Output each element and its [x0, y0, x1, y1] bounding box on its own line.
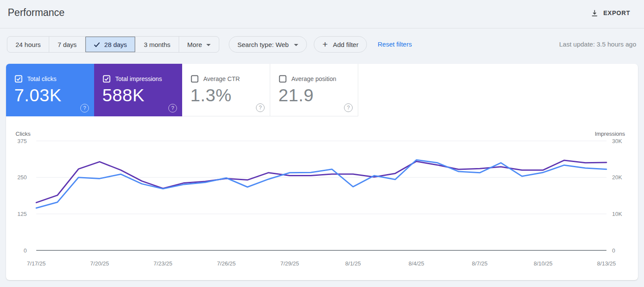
x-axis-label: 8/4/25 — [409, 260, 424, 267]
date-range-28-days[interactable]: 28 days — [85, 37, 136, 52]
export-button[interactable]: EXPORT — [588, 6, 633, 20]
help-icon[interactable]: ? — [256, 103, 265, 112]
date-range-label: 3 months — [144, 41, 170, 48]
last-update-text: Last update: 3.5 hours ago — [559, 41, 636, 48]
x-axis-label: 8/7/25 — [472, 260, 487, 267]
performance-page: Performance EXPORT 24 hours 7 days 28 da… — [0, 0, 644, 287]
metric-card-average-ctr[interactable]: Average CTR 1.3% ? — [182, 64, 270, 116]
metric-card-total-impressions[interactable]: Total impressions 588K ? — [94, 64, 182, 116]
search-type-dropdown[interactable]: Search type: Web — [229, 36, 307, 53]
checkbox-unchecked-icon[interactable] — [191, 75, 199, 83]
chevron-down-icon — [294, 44, 298, 46]
metric-label: Total impressions — [115, 75, 162, 82]
date-range-label: 7 days — [57, 41, 76, 48]
date-range-more[interactable]: More — [179, 37, 219, 52]
export-label: EXPORT — [603, 9, 630, 16]
left-axis-title: Clicks — [16, 131, 31, 137]
date-range-24-hours[interactable]: 24 hours — [7, 37, 49, 52]
checkbox-unchecked-icon[interactable] — [279, 75, 287, 83]
left-axis-tick: 375 — [17, 138, 27, 144]
checkbox-checked-icon[interactable] — [103, 75, 110, 83]
help-icon[interactable]: ? — [80, 104, 89, 112]
x-axis-label: 7/29/25 — [280, 260, 299, 267]
performance-chart[interactable]: ClicksImpressions375250125030K20K10K07/1… — [6, 116, 638, 280]
impressions-line — [36, 160, 606, 203]
metric-value: 1.3% — [190, 85, 231, 106]
metric-value: 588K — [102, 85, 145, 106]
download-icon — [590, 9, 599, 17]
add-filter-label: Add filter — [333, 41, 358, 48]
date-range-label: 24 hours — [16, 41, 41, 48]
date-range-group: 24 hours 7 days 28 days 3 months More — [7, 36, 219, 53]
clicks-line — [36, 160, 606, 208]
metric-label: Average CTR — [203, 75, 240, 82]
left-axis-tick: 250 — [17, 174, 27, 181]
add-filter-button[interactable]: + Add filter — [314, 36, 367, 53]
plus-icon: + — [322, 40, 328, 49]
checkmark-icon — [94, 42, 100, 47]
metric-card-average-position[interactable]: Average position 21.9 ? — [270, 64, 358, 116]
metric-value: 21.9 — [278, 85, 314, 106]
x-axis-label: 8/13/25 — [597, 260, 616, 267]
right-axis-tick: 0 — [612, 247, 615, 254]
x-axis-label: 7/20/25 — [90, 260, 109, 267]
right-axis-tick: 20K — [612, 174, 622, 181]
metric-value: 7.03K — [14, 85, 62, 106]
x-axis-label: 7/26/25 — [217, 260, 236, 267]
x-axis-label: 7/17/25 — [27, 260, 45, 267]
performance-panel: Total clicks 7.03K ? Total impressions 5… — [6, 64, 638, 280]
date-range-label: More — [187, 41, 202, 48]
metric-label: Average position — [291, 75, 336, 82]
chevron-down-icon — [206, 44, 211, 46]
metric-label: Total clicks — [27, 75, 57, 82]
left-axis-tick: 125 — [17, 211, 27, 217]
checkbox-checked-icon[interactable] — [15, 75, 22, 83]
x-axis-label: 8/1/25 — [345, 260, 361, 267]
right-axis-tick: 10K — [612, 211, 622, 217]
date-range-label: 28 days — [104, 41, 127, 48]
reset-filters-link[interactable]: Reset filters — [378, 41, 412, 48]
date-range-3-months[interactable]: 3 months — [135, 37, 179, 52]
help-icon[interactable]: ? — [168, 104, 177, 112]
page-title: Performance — [8, 7, 65, 19]
right-axis-title: Impressions — [595, 131, 625, 137]
date-range-7-days[interactable]: 7 days — [49, 37, 85, 52]
header-divider — [0, 28, 644, 28]
x-axis-label: 7/23/25 — [154, 260, 172, 267]
x-axis-label: 8/10/25 — [534, 260, 552, 267]
metric-card-total-clicks[interactable]: Total clicks 7.03K ? — [6, 64, 94, 116]
help-icon[interactable]: ? — [344, 103, 353, 112]
left-axis-tick: 0 — [24, 247, 27, 254]
search-type-label: Search type: Web — [237, 41, 289, 48]
right-axis-tick: 30K — [612, 138, 622, 144]
